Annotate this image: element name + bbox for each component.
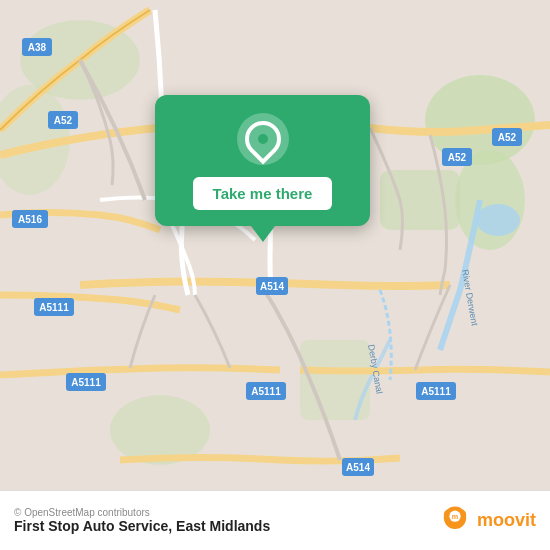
navigation-popup: Take me there <box>155 95 370 226</box>
svg-text:A514: A514 <box>260 281 284 292</box>
moovit-icon: m <box>439 505 471 537</box>
map-container: A38 A52 A516 A52 A52 A5111 A514 A5111 A5… <box>0 0 550 490</box>
svg-text:A5111: A5111 <box>251 386 281 397</box>
moovit-text: moovit <box>477 510 536 531</box>
pin-dot <box>255 132 269 146</box>
take-me-there-button[interactable]: Take me there <box>193 177 333 210</box>
svg-text:A38: A38 <box>28 42 47 53</box>
svg-text:A5111: A5111 <box>39 302 69 313</box>
svg-text:A52: A52 <box>498 132 517 143</box>
map-background: A38 A52 A516 A52 A52 A5111 A514 A5111 A5… <box>0 0 550 490</box>
svg-text:A52: A52 <box>54 115 73 126</box>
bottom-bar: © OpenStreetMap contributors First Stop … <box>0 490 550 550</box>
svg-text:m: m <box>452 512 458 521</box>
svg-text:A516: A516 <box>18 214 42 225</box>
moovit-logo: m moovit <box>439 505 536 537</box>
svg-text:A5111: A5111 <box>71 377 101 388</box>
pin-shape <box>237 114 288 165</box>
svg-point-1 <box>425 75 535 165</box>
svg-text:A52: A52 <box>448 152 467 163</box>
svg-point-8 <box>476 204 520 236</box>
svg-text:A5111: A5111 <box>421 386 451 397</box>
location-pin-icon <box>237 113 289 165</box>
location-name: First Stop Auto Service, East Midlands <box>14 518 270 534</box>
location-info: © OpenStreetMap contributors First Stop … <box>14 507 270 534</box>
svg-text:A514: A514 <box>346 462 370 473</box>
osm-credit: © OpenStreetMap contributors <box>14 507 270 518</box>
